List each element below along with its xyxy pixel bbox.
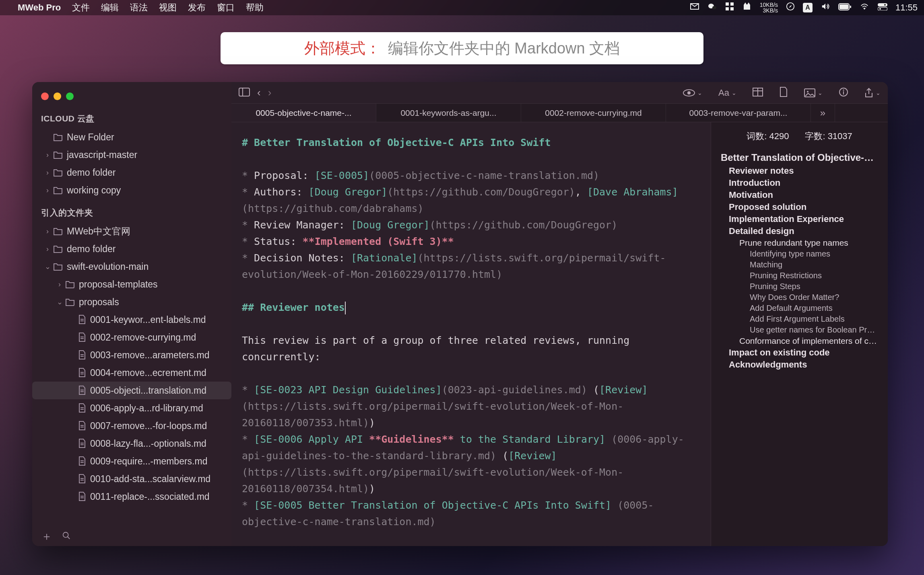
share-button[interactable]: ⌄ — [864, 88, 881, 98]
tab-3[interactable]: 0003-remove-var-param... — [666, 104, 811, 122]
chevron-icon[interactable]: ⌄ — [54, 298, 65, 306]
wifi-icon[interactable] — [859, 2, 870, 13]
outline-item[interactable]: Identifying type names — [721, 249, 878, 259]
menu-edit[interactable]: 编辑 — [101, 2, 119, 14]
item-label: 0002-remove-currying.md — [90, 332, 196, 343]
folder-item[interactable]: ›MWeb中文官网 — [32, 222, 231, 240]
chevron-icon[interactable]: › — [42, 245, 53, 253]
control-center-icon[interactable] — [878, 2, 887, 13]
battery-icon[interactable] — [838, 2, 851, 13]
nav-forward-icon[interactable]: › — [268, 86, 272, 99]
zoom-button[interactable] — [66, 92, 74, 100]
outline-item[interactable]: Proposed solution — [721, 202, 878, 212]
outline-item[interactable]: Matching — [721, 260, 878, 269]
outline-item[interactable]: Acknowledgments — [721, 359, 878, 370]
minimize-button[interactable] — [54, 92, 61, 100]
volume-icon[interactable] — [821, 2, 830, 13]
chevron-icon[interactable]: ⌄ — [42, 262, 53, 271]
chevron-icon[interactable]: › — [42, 186, 53, 195]
close-button[interactable] — [41, 92, 49, 100]
search-icon[interactable] — [62, 531, 71, 542]
file-item[interactable]: 0005-objecti...translation.md — [32, 382, 231, 399]
menu-view[interactable]: 视图 — [159, 2, 177, 14]
file-item[interactable]: 0003-remove...arameters.md — [32, 346, 231, 364]
file-item[interactable]: 0009-require...-members.md — [32, 452, 231, 470]
folder-item[interactable]: ›javascript-master — [32, 146, 231, 164]
grid-icon[interactable] — [725, 2, 734, 13]
outline-title[interactable]: Better Translation of Objective-C... — [721, 152, 878, 163]
menu-window[interactable]: 窗口 — [217, 2, 235, 14]
svg-point-36 — [63, 532, 68, 538]
section-icloud: ICLOUD 云盘 — [32, 105, 231, 128]
outline-item[interactable]: Conformance of implementers of co... — [721, 336, 878, 346]
menu-help[interactable]: 帮助 — [246, 2, 264, 14]
outline-item[interactable]: Add Default Arguments — [721, 304, 878, 313]
folder-item[interactable]: New Folder — [32, 128, 231, 146]
table-icon[interactable] — [753, 88, 763, 98]
folder-icon — [65, 298, 75, 306]
chevron-icon[interactable]: › — [42, 168, 53, 177]
outline-item[interactable]: Pruning Steps — [721, 282, 878, 291]
info-icon[interactable] — [839, 87, 848, 99]
outline-item[interactable]: Pruning Restrictions — [721, 271, 878, 280]
wechat-icon[interactable] — [707, 2, 717, 14]
file-item[interactable]: 0001-keywor...ent-labels.md — [32, 311, 231, 329]
preview-mode-button[interactable]: ⌄ — [683, 89, 702, 97]
item-label: MWeb中文官网 — [67, 225, 130, 238]
item-label: proposals — [79, 297, 119, 308]
outline-item[interactable]: Implementation Experience — [721, 214, 878, 224]
file-item[interactable]: 0006-apply-a...rd-library.md — [32, 399, 231, 417]
file-item[interactable]: 0002-remove-currying.md — [32, 329, 231, 346]
outline-item[interactable]: Introduction — [721, 178, 878, 188]
menu-syntax[interactable]: 语法 — [130, 2, 148, 14]
chevron-icon[interactable]: › — [54, 280, 65, 289]
folder-item[interactable]: ›demo folder — [32, 240, 231, 258]
folder-item[interactable]: ⌄proposals — [32, 293, 231, 311]
file-icon — [78, 368, 86, 378]
outline-item[interactable]: Prune redundant type names — [721, 238, 878, 248]
outline-item[interactable]: Use getter names for Boolean Proper... — [721, 325, 878, 335]
item-label: 0003-remove...arameters.md — [90, 350, 210, 361]
tab-2[interactable]: 0002-remove-currying.md — [521, 104, 666, 122]
file-item[interactable]: 0007-remove...-for-loops.md — [32, 417, 231, 435]
menu-publish[interactable]: 发布 — [188, 2, 206, 14]
folder-item[interactable]: ⌄swift-evolution-main — [32, 258, 231, 275]
outline-item[interactable]: Add First Argument Labels — [721, 314, 878, 324]
chevron-icon[interactable]: › — [42, 227, 53, 236]
file-item[interactable]: 0004-remove...ecrement.md — [32, 364, 231, 382]
tab-0[interactable]: 0005-objective-c-name-... — [231, 104, 376, 122]
image-button[interactable]: ⌄ — [804, 88, 823, 97]
folder-item[interactable]: ›proposal-templates — [32, 275, 231, 293]
editor[interactable]: # Better Translation of Objective-C APIs… — [231, 122, 711, 546]
folder-item[interactable]: ›working copy — [32, 181, 231, 199]
folder-item[interactable]: ›demo folder — [32, 164, 231, 181]
tab-overflow-icon[interactable]: » — [811, 104, 835, 122]
nav-back-icon[interactable]: ‹ — [257, 86, 261, 99]
tab-1[interactable]: 0001-keywords-as-argu... — [376, 104, 521, 122]
outline-item[interactable]: Detailed design — [721, 226, 878, 236]
outline-item[interactable]: Why Does Order Matter? — [721, 293, 878, 302]
toggle-sidebar-icon[interactable] — [239, 88, 250, 98]
svg-rect-10 — [878, 3, 887, 6]
add-button[interactable]: ＋ — [41, 529, 52, 544]
input-source-icon[interactable]: A — [803, 3, 813, 12]
cat-icon[interactable] — [742, 2, 752, 14]
clock[interactable]: 11:55 — [895, 2, 918, 13]
outline-item[interactable]: Reviewer notes — [721, 166, 878, 176]
safari-icon[interactable] — [786, 2, 795, 13]
file-icon — [78, 403, 86, 413]
svg-point-45 — [807, 91, 808, 92]
outline-item[interactable]: Motivation — [721, 190, 878, 200]
menu-file[interactable]: 文件 — [72, 2, 90, 14]
svg-rect-48 — [843, 91, 844, 94]
document-icon[interactable] — [779, 87, 788, 99]
app-name[interactable]: MWeb Pro — [18, 2, 61, 13]
chevron-icon[interactable]: › — [42, 151, 53, 159]
font-button[interactable]: Aa⌄ — [718, 88, 736, 98]
outline-item[interactable]: Impact on existing code — [721, 347, 878, 358]
file-item[interactable]: 0011-replace-...ssociated.md — [32, 488, 231, 505]
file-item[interactable]: 0008-lazy-fla...-optionals.md — [32, 435, 231, 452]
file-item[interactable]: 0010-add-sta...scalarview.md — [32, 470, 231, 488]
item-label: javascript-master — [67, 150, 137, 160]
mail-icon[interactable] — [690, 2, 699, 14]
